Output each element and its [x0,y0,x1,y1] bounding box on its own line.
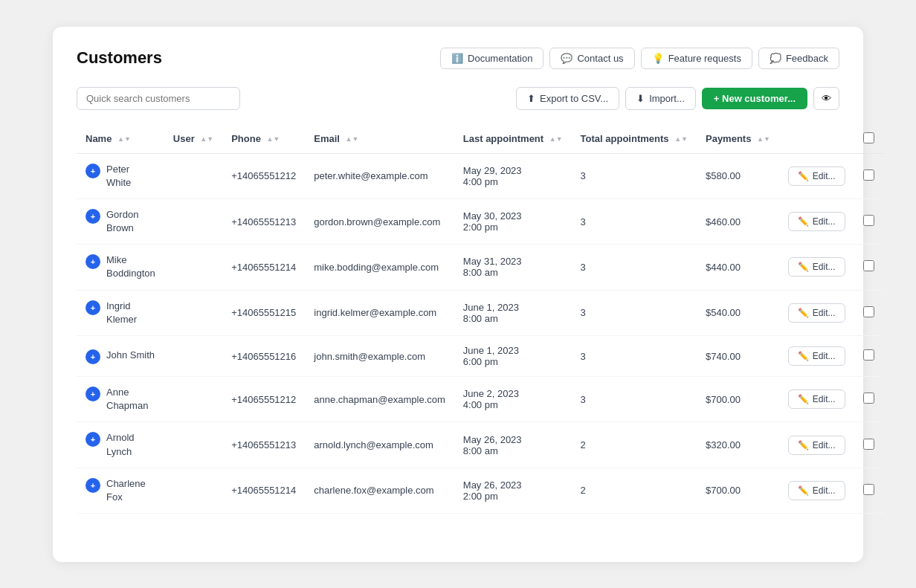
user-cell [164,377,222,422]
total-appointments-cell: 3 [572,153,697,198]
phone-cell: +14065551214 [222,245,305,290]
user-cell [164,153,222,198]
user-cell [164,422,222,468]
col-header-user[interactable]: User ▲▼ [164,125,222,154]
last-appointment-cell: May 30, 20232:00 pm [454,198,572,244]
customer-name-text: Mike Boddington [106,253,155,280]
row-checkbox-cell [854,245,883,290]
payments-cell: $440.00 [697,245,779,290]
edit-button[interactable]: ✏️ Edit... [788,346,845,366]
main-card: Customers ℹ️ Documentation 💬 Contact us … [53,27,863,562]
row-checkbox-cell [854,468,883,513]
table-row: +Peter White+14065551212peter.white@exam… [77,153,883,198]
user-cell [164,245,222,290]
col-header-select-all[interactable] [854,125,883,154]
row-select-checkbox[interactable] [863,215,874,226]
feature-icon: 💡 [652,53,664,64]
table-header: Name ▲▼ User ▲▼ Phone ▲▼ Email ▲▼ Last a… [77,125,883,154]
email-cell: ingrid.kelmer@example.com [305,290,454,335]
edit-button[interactable]: ✏️ Edit... [788,167,845,186]
feature-requests-button[interactable]: 💡 Feature requests [641,48,752,69]
table-row: +Arnold Lynch+14065551213arnold.lynch@ex… [77,422,883,468]
import-icon: ⬇ [636,93,645,104]
total-appointments-cell: 3 [572,377,697,422]
row-checkbox-cell [854,377,883,422]
edit-icon: ✏️ [798,485,809,496]
col-header-phone[interactable]: Phone ▲▼ [222,125,305,154]
customer-name-text: Arnold Lynch [106,431,155,458]
avatar: + [86,209,100,224]
feedback-button[interactable]: 💭 Feedback [758,48,839,69]
last-appointment-cell: June 1, 20238:00 am [454,290,572,335]
select-all-checkbox[interactable] [863,132,874,143]
actions-cell: ✏️ Edit... [779,377,854,422]
col-header-email[interactable]: Email ▲▼ [305,125,454,154]
page-header: Customers ℹ️ Documentation 💬 Contact us … [77,48,839,69]
edit-button[interactable]: ✏️ Edit... [788,481,845,500]
feature-label: Feature requests [668,53,741,64]
visibility-button[interactable]: 👁 [813,87,839,110]
email-cell: arnold.lynch@example.com [305,422,454,468]
payments-cell: $320.00 [697,422,779,468]
payments-cell: $700.00 [697,377,779,422]
last-appointment-cell: May 31, 20238:00 am [454,245,572,290]
total-appointments-cell: 2 [572,422,697,468]
edit-icon: ✏️ [798,216,809,227]
documentation-button[interactable]: ℹ️ Documentation [440,48,544,69]
edit-button[interactable]: ✏️ Edit... [788,212,845,231]
export-csv-button[interactable]: ⬆ Export to CSV... [516,87,619,110]
payments-cell: $540.00 [697,290,779,335]
actions-cell: ✏️ Edit... [779,336,854,377]
edit-button[interactable]: ✏️ Edit... [788,390,845,409]
actions-cell: ✏️ Edit... [779,153,854,198]
sort-arrows-payments: ▲▼ [757,136,770,143]
row-select-checkbox[interactable] [863,260,874,271]
col-header-last-appointment[interactable]: Last appointment ▲▼ [454,125,572,154]
row-select-checkbox[interactable] [863,349,874,361]
phone-cell: +14065551212 [222,153,305,198]
table-row: +Anne Chapman+14065551212anne.chapman@ex… [77,377,883,422]
email-cell: anne.chapman@example.com [305,377,454,422]
customer-name-text: John Smith [106,349,155,362]
avatar: + [86,387,100,401]
row-select-checkbox[interactable] [863,392,874,404]
import-button[interactable]: ⬇ Import... [625,87,696,110]
contact-us-button[interactable]: 💬 Contact us [549,48,634,69]
user-cell [164,198,222,244]
new-customer-label: + New customer... [714,93,796,104]
last-appointment-cell: June 2, 20234:00 pm [454,377,572,422]
avatar: + [86,300,100,315]
edit-button[interactable]: ✏️ Edit... [788,436,845,455]
email-cell: mike.bodding@example.com [305,245,454,290]
row-checkbox-cell [854,198,883,244]
edit-icon: ✏️ [798,262,809,272]
email-cell: gordon.brown@example.com [305,198,454,244]
row-select-checkbox[interactable] [863,439,874,450]
col-header-total-appointments[interactable]: Total appointments ▲▼ [572,125,697,154]
search-input[interactable] [77,87,240,110]
row-select-checkbox[interactable] [863,484,874,495]
phone-cell: +14065551215 [222,290,305,335]
toolbar-right: ⬆ Export to CSV... ⬇ Import... + New cus… [516,87,839,110]
customer-name-text: Peter White [106,163,155,190]
toolbar: ⬆ Export to CSV... ⬇ Import... + New cus… [77,87,839,110]
sort-arrows-email: ▲▼ [346,136,359,143]
user-cell [164,468,222,513]
avatar: + [86,432,100,447]
actions-cell: ✏️ Edit... [779,468,854,513]
edit-button[interactable]: ✏️ Edit... [788,257,845,277]
col-header-payments[interactable]: Payments ▲▼ [697,125,779,154]
last-appointment-cell: May 29, 20234:00 pm [454,153,572,198]
row-select-checkbox[interactable] [863,306,874,317]
import-label: Import... [649,93,685,104]
col-header-name[interactable]: Name ▲▼ [77,125,164,154]
table-row: +John Smith+14065551216john.smith@exampl… [77,336,883,377]
customer-name-text: Charlene Fox [106,477,155,504]
last-appointment-cell: June 1, 20236:00 pm [454,336,572,377]
row-checkbox-cell [854,153,883,198]
total-appointments-cell: 3 [572,198,697,244]
edit-icon: ✏️ [798,351,809,361]
row-select-checkbox[interactable] [863,169,874,181]
new-customer-button[interactable]: + New customer... [702,88,807,109]
edit-button[interactable]: ✏️ Edit... [788,303,845,323]
